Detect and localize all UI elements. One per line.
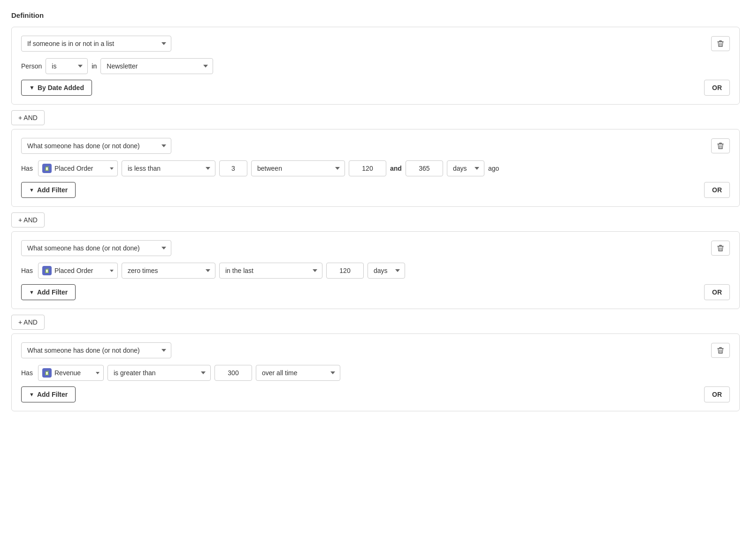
block2-has-row: Has Placed Order is less than between an…	[21, 160, 730, 176]
filter-icon-4: ▼	[29, 392, 34, 397]
block2-action-select-wrapper[interactable]: Placed Order	[38, 160, 118, 176]
block4-action-label: Revenue	[54, 369, 93, 377]
block2-action-label: Placed Order	[54, 165, 107, 172]
block1-or-button[interactable]: OR	[704, 80, 730, 96]
block2-condition-select[interactable]: is less than	[122, 160, 215, 176]
shopify-icon-3	[42, 266, 52, 275]
block3-main-select[interactable]: What someone has done (or not done)	[21, 240, 171, 256]
block2-time-select[interactable]: between	[251, 160, 345, 176]
block3-delete-button[interactable]	[711, 241, 730, 256]
block1-delete-button[interactable]	[711, 36, 730, 51]
block3-or-button[interactable]: OR	[704, 284, 730, 300]
and-button-2[interactable]: + AND	[11, 212, 45, 227]
block1-by-date-button[interactable]: ▼ By Date Added	[21, 80, 92, 96]
block4-condition-select[interactable]: is greater than	[107, 365, 211, 381]
block2-header: What someone has done (or not done)	[21, 138, 730, 154]
block4-main-select[interactable]: What someone has done (or not done)	[21, 342, 171, 358]
block2-add-filter-button[interactable]: ▼ Add Filter	[21, 182, 76, 198]
block3-time-select[interactable]: in the last	[219, 263, 322, 279]
page-title: Definition	[11, 11, 740, 19]
block1-person-row: Person is in Newsletter	[21, 58, 730, 74]
block4-add-filter-button[interactable]: ▼ Add Filter	[21, 386, 76, 402]
block4-has-row: Has Revenue is greater than over all tim…	[21, 365, 730, 381]
block1-filter-row: ▼ By Date Added OR	[21, 80, 730, 96]
block2-unit-select[interactable]: days	[447, 160, 484, 176]
block2-main-select[interactable]: What someone has done (or not done)	[21, 138, 171, 154]
block4-or-button[interactable]: OR	[704, 386, 730, 402]
block3-action-label: Placed Order	[54, 267, 107, 274]
block3-condition-select[interactable]: zero times	[122, 263, 215, 279]
trash-icon-4	[717, 347, 724, 354]
condition-block-3: What someone has done (or not done) Has …	[11, 231, 740, 309]
block3-add-filter-button[interactable]: ▼ Add Filter	[21, 284, 76, 300]
and-connector-3: + AND	[11, 315, 740, 330]
block2-time-from-input[interactable]	[349, 160, 386, 176]
chevron-down-icon-3	[110, 270, 114, 272]
filter-icon-2: ▼	[29, 187, 34, 193]
block3-filter-row: ▼ Add Filter OR	[21, 284, 730, 300]
trash-icon	[717, 40, 724, 47]
block3-has-label: Has	[21, 267, 34, 274]
block2-filter-row: ▼ Add Filter OR	[21, 182, 730, 198]
chevron-down-icon-2	[110, 167, 114, 170]
shopify-icon-4	[42, 368, 52, 378]
by-date-label: By Date Added	[38, 84, 84, 91]
and-button-3[interactable]: + AND	[11, 315, 45, 330]
shopify-icon-2	[42, 164, 52, 173]
block1-is-select[interactable]: is	[46, 58, 88, 74]
person-label: Person	[21, 62, 42, 70]
condition-block-1: If someone is in or not in a list Person…	[11, 27, 740, 105]
block2-time-to-input[interactable]	[406, 160, 443, 176]
block4-time-select[interactable]: over all time	[256, 365, 340, 381]
block3-has-row: Has Placed Order zero times in the last …	[21, 263, 730, 279]
block3-unit-select[interactable]: days	[368, 263, 405, 279]
block2-value-input[interactable]	[219, 160, 247, 176]
in-label: in	[92, 62, 97, 70]
block4-delete-button[interactable]	[711, 343, 730, 358]
block4-has-label: Has	[21, 369, 34, 377]
block1-main-select[interactable]: If someone is in or not in a list	[21, 36, 171, 52]
block4-action-select-wrapper[interactable]: Revenue	[38, 365, 104, 381]
chevron-down-icon-4	[96, 372, 100, 374]
block4-filter-row: ▼ Add Filter OR	[21, 386, 730, 402]
block1-header: If someone is in or not in a list	[21, 36, 730, 52]
block4-value-input[interactable]	[215, 365, 252, 381]
block4-add-filter-label: Add Filter	[37, 391, 68, 398]
block2-has-label: Has	[21, 165, 34, 172]
block3-action-select-wrapper[interactable]: Placed Order	[38, 263, 118, 279]
condition-block-2: What someone has done (or not done) Has …	[11, 129, 740, 207]
trash-icon-3	[717, 244, 724, 252]
and-button-1[interactable]: + AND	[11, 110, 45, 125]
filter-icon-3: ▼	[29, 289, 34, 295]
block2-add-filter-label: Add Filter	[37, 186, 68, 194]
block1-newsletter-select[interactable]: Newsletter	[100, 58, 213, 74]
block2-ago-label: ago	[488, 165, 499, 172]
filter-icon-1: ▼	[29, 84, 35, 91]
block3-time-value-input[interactable]	[326, 263, 364, 279]
block3-add-filter-label: Add Filter	[37, 288, 68, 296]
condition-block-4: What someone has done (or not done) Has …	[11, 333, 740, 411]
block3-header: What someone has done (or not done)	[21, 240, 730, 256]
block2-and-label: and	[390, 165, 402, 172]
trash-icon-2	[717, 142, 724, 150]
block4-header: What someone has done (or not done)	[21, 342, 730, 358]
block2-or-button[interactable]: OR	[704, 182, 730, 198]
block2-delete-button[interactable]	[711, 138, 730, 153]
and-connector-2: + AND	[11, 212, 740, 227]
and-connector-1: + AND	[11, 110, 740, 125]
